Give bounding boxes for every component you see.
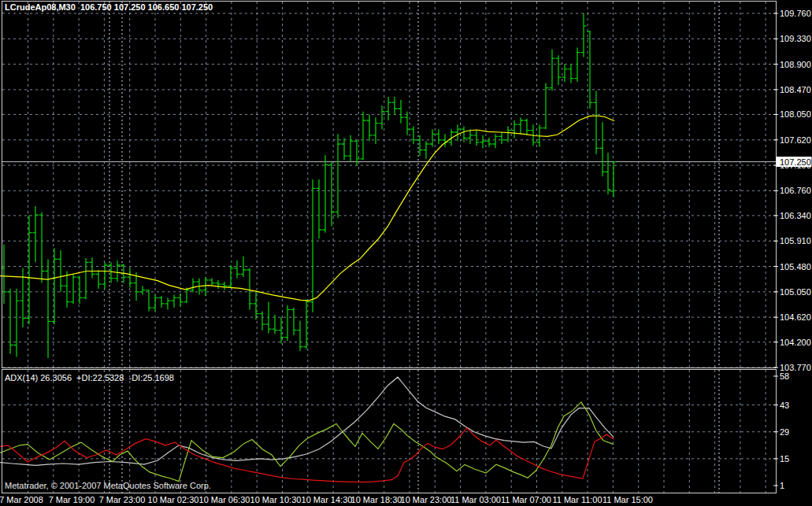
price-axis-label: 104.620 [780, 312, 811, 322]
price-axis[interactable]: 109.760109.330108.900108.470108.050107.6… [773, 9, 812, 372]
time-axis-label: 7 Mar 23:00 [99, 495, 146, 504]
metatrader-chart-window: 109.760109.330108.900108.470108.050107.6… [0, 0, 812, 506]
time-axis-label: 10 Mar 02:30 [148, 495, 199, 504]
symbol-ohlc-title: LCrudeAp08,M30 106.750 107.250 106.650 1… [5, 2, 213, 12]
indicator-axis-label: 43 [780, 401, 789, 410]
price-axis-label: 105.050 [780, 287, 811, 297]
time-axis-label: 11 Mar 03:00 [450, 495, 501, 504]
time-axis[interactable]: 7 Mar 20087 Mar 19:007 Mar 23:0010 Mar 0… [0, 495, 653, 504]
indicator-axis-label: 58 [780, 371, 789, 381]
price-axis-label: 106.760 [780, 186, 811, 195]
time-axis-label: 10 Mar 06:30 [199, 495, 250, 504]
time-axis-label: 11 Mar 11:00 [552, 495, 602, 504]
price-axis-label: 109.760 [780, 9, 811, 18]
price-axis-label: 106.340 [780, 211, 811, 220]
indicator-axis-label: 15 [780, 454, 789, 464]
price-axis-label: 104.200 [780, 338, 811, 347]
indicator-axis-label: 1 [780, 481, 784, 490]
price-axis-label: 105.480 [780, 262, 811, 271]
metaquotes-watermark: Metatrader, © 2001-2007 MetaQuotes Softw… [5, 481, 211, 490]
price-axis-label: 108.050 [780, 109, 811, 119]
time-axis-label: 7 Mar 2008 [0, 495, 43, 504]
adx-indicator-label: ADX(14) 26.3056 +DI:22.5328 -DI:25.1698 [5, 373, 174, 382]
chart-canvas[interactable]: 109.760109.330108.900108.470108.050107.6… [0, 0, 812, 506]
time-axis-label: 10 Mar 10:30 [250, 495, 302, 504]
current-price-label: 107.250 [780, 157, 811, 167]
price-axis-label: 107.620 [780, 135, 811, 145]
price-axis-label: 105.910 [780, 236, 811, 246]
time-axis-label: 11 Mar 15:00 [603, 495, 653, 504]
indicator-axis-label: 29 [780, 427, 789, 437]
time-axis-label: 7 Mar 19:00 [49, 495, 95, 504]
time-axis-label: 10 Mar 18:30 [351, 495, 402, 504]
price-axis-label: 109.330 [780, 34, 811, 43]
price-axis-label: 108.470 [780, 85, 811, 94]
time-axis-label: 10 Mar 23:00 [401, 495, 452, 504]
price-axis-label: 108.900 [780, 60, 811, 69]
price-panel[interactable] [2, 2, 776, 367]
time-axis-label: 10 Mar 14:30 [302, 495, 353, 504]
time-axis-label: 11 Mar 07:00 [501, 495, 551, 504]
